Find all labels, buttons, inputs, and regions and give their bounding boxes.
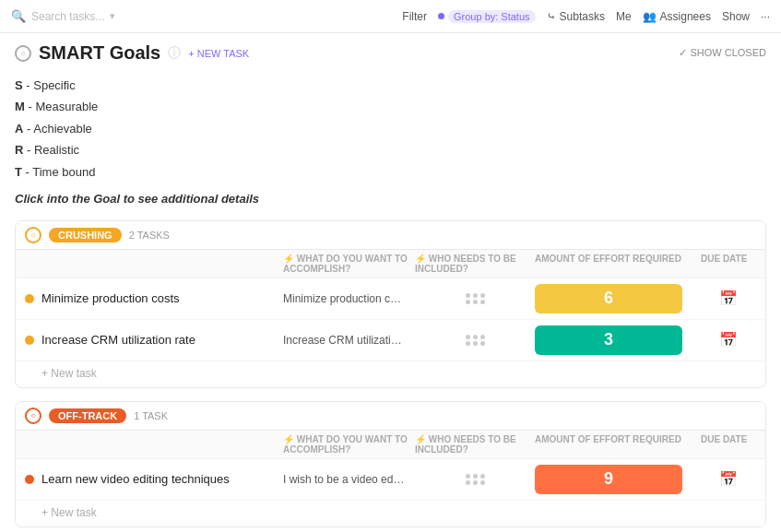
avatar-dots-row2: [466, 341, 485, 346]
avatar-dot: [480, 480, 485, 485]
col-task-crushing: [25, 254, 283, 274]
task-name[interactable]: Increase CRM utilization rate: [41, 333, 195, 347]
search-area[interactable]: 🔍 Search tasks... ▾: [11, 9, 115, 23]
task-due[interactable]: 📅: [701, 331, 756, 349]
avatar-dot: [480, 335, 485, 339]
task-who: [415, 335, 535, 346]
search-dropdown-icon[interactable]: ▾: [110, 10, 115, 22]
avatar-dot: [466, 335, 470, 339]
group-off-track: ○ OFF-TRACK 1 TASK ⚡ WHAT DO YOU WANT TO…: [15, 401, 766, 527]
avatar-dot: [466, 300, 470, 304]
avatar-dot: [480, 293, 485, 298]
groups-container: ○ CRUSHING 2 TASKS ⚡ WHAT DO YOU WANT TO…: [15, 220, 766, 532]
task-dot: [25, 294, 34, 303]
avatar-dot: [473, 335, 478, 339]
group-label-crushing[interactable]: CRUSHING: [49, 228, 122, 242]
task-goal: Minimize production costs by 15%: [283, 292, 415, 305]
effort-bar: 9: [535, 465, 682, 494]
more-button[interactable]: ···: [761, 10, 770, 23]
avatar-stack: [466, 474, 485, 485]
avatar-dot: [473, 480, 478, 485]
group-collapse-off-track[interactable]: ○: [25, 408, 41, 424]
subtasks-button[interactable]: ⤷ Subtasks: [547, 10, 605, 23]
filter-label: Filter: [402, 10, 427, 23]
group-dot: [438, 13, 444, 19]
task-due[interactable]: 📅: [701, 290, 756, 307]
search-placeholder: Search tasks...: [31, 10, 104, 23]
col-who-off-track: ⚡ WHO NEEDS TO BE INCLUDED?: [415, 434, 535, 455]
task-name-cell: Learn new video editing techniques: [25, 472, 283, 486]
col-effort-off-track: AMOUNT OF EFFORT REQUIRED: [535, 434, 701, 455]
group-crushing: ○ CRUSHING 2 TASKS ⚡ WHAT DO YOU WANT TO…: [15, 220, 766, 388]
new-task-button-off-track[interactable]: + New task: [16, 501, 765, 526]
avatar-dot: [466, 474, 470, 479]
task-name-cell: Minimize production costs: [25, 291, 283, 305]
page-info-icon[interactable]: ⓘ: [168, 45, 181, 62]
smart-s: S - Specific: [15, 75, 766, 96]
task-row[interactable]: Learn new video editing techniques I wis…: [16, 459, 765, 501]
avatar-dots-row: [466, 474, 485, 479]
show-button[interactable]: Show: [722, 10, 750, 23]
search-icon: 🔍: [11, 9, 26, 23]
col-who-crushing: ⚡ WHO NEEDS TO BE INCLUDED?: [415, 254, 535, 274]
add-task-button[interactable]: + NEW TASK: [188, 48, 249, 59]
col-headers-crushing: ⚡ WHAT DO YOU WANT TO ACCOMPLISH? ⚡ WHO …: [16, 250, 765, 278]
main-content: ○ SMART Goals ⓘ + NEW TASK ✓ SHOW CLOSED…: [0, 33, 781, 532]
task-due[interactable]: 📅: [701, 470, 756, 488]
subtasks-label: Subtasks: [560, 10, 605, 23]
group-label-off-track[interactable]: OFF-TRACK: [49, 408, 126, 423]
calendar-icon[interactable]: 📅: [719, 331, 738, 349]
avatar-dot: [473, 293, 478, 298]
task-row[interactable]: Minimize production costs Minimize produ…: [16, 278, 765, 320]
col-effort-crushing: AMOUNT OF EFFORT REQUIRED: [535, 254, 701, 274]
group-collapse-crushing[interactable]: ○: [25, 227, 41, 243]
avatar-stack: [466, 293, 485, 304]
task-name[interactable]: Minimize production costs: [41, 291, 180, 305]
me-label: Me: [616, 10, 632, 23]
top-right-actions: Filter Group by: Status ⤷ Subtasks Me 👥 …: [402, 10, 770, 23]
smart-r: R - Realistic: [15, 139, 766, 160]
avatar-dot: [480, 300, 485, 304]
me-button[interactable]: Me: [616, 10, 632, 23]
new-task-button-crushing[interactable]: + New task: [16, 361, 765, 387]
click-hint: Click into the Goal to see additional de…: [15, 192, 766, 206]
group-label: Group by: Status: [448, 10, 536, 23]
page-header: ○ SMART Goals ⓘ + NEW TASK ✓ SHOW CLOSED: [15, 42, 766, 64]
calendar-icon[interactable]: 📅: [719, 290, 738, 307]
smart-t: T - Time bound: [15, 161, 766, 183]
col-due-off-track: DUE DATE: [701, 434, 756, 455]
assignees-label: Assignees: [660, 10, 711, 23]
avatar-dot: [466, 341, 470, 346]
avatar-dot: [466, 293, 470, 298]
effort-bar: 3: [535, 325, 682, 355]
task-name[interactable]: Learn new video editing techniques: [41, 472, 230, 486]
top-bar: 🔍 Search tasks... ▾ Filter Group by: Sta…: [0, 0, 781, 33]
task-dot: [25, 336, 34, 345]
col-task-off-track: [25, 434, 283, 455]
group-header-crushing: ○ CRUSHING 2 TASKS: [16, 221, 765, 250]
calendar-icon[interactable]: 📅: [719, 470, 738, 488]
avatar-dots-row2: [466, 480, 485, 485]
avatar-dot: [480, 341, 485, 346]
show-closed-button[interactable]: ✓ SHOW CLOSED: [679, 47, 766, 59]
avatar-dot: [466, 480, 470, 485]
avatar-dots-row: [466, 293, 485, 298]
group-header-off-track: ○ OFF-TRACK 1 TASK: [16, 402, 765, 431]
page-title: SMART Goals: [39, 42, 160, 64]
avatar-dot: [473, 474, 478, 479]
task-row[interactable]: Increase CRM utilization rate Increase C…: [16, 320, 765, 361]
task-goal: Increase CRM utilization rate from 80 to…: [283, 334, 415, 347]
group-by-button[interactable]: Group by: Status: [438, 10, 536, 23]
more-label: ···: [761, 10, 770, 23]
avatar-dot: [473, 300, 478, 304]
smart-m: M - Measurable: [15, 96, 766, 117]
page-collapse-icon[interactable]: ○: [15, 45, 31, 62]
subtasks-icon: ⤷: [547, 10, 556, 23]
effort-bar: 6: [535, 284, 682, 313]
assignees-button[interactable]: 👥 Assignees: [643, 10, 711, 23]
avatar-stack: [466, 335, 485, 346]
filter-button[interactable]: Filter: [402, 10, 427, 23]
col-headers-off-track: ⚡ WHAT DO YOU WANT TO ACCOMPLISH? ⚡ WHO …: [16, 431, 765, 459]
task-dot: [25, 475, 34, 484]
avatar-dots-row: [466, 335, 485, 339]
